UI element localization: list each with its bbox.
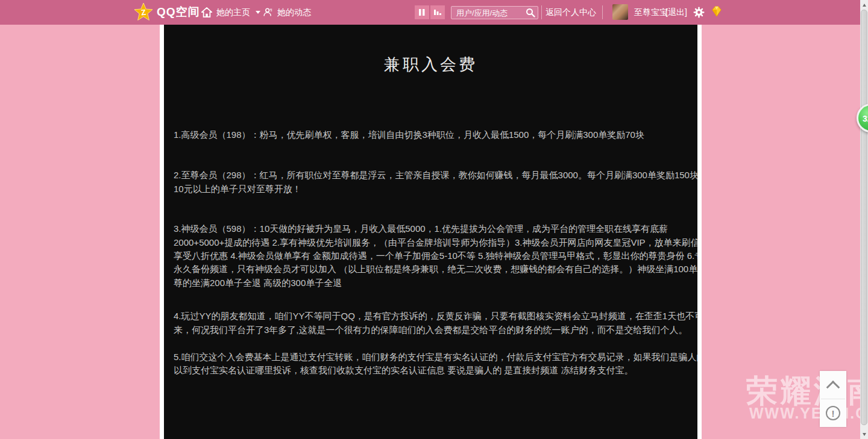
page-tools-panel: !: [820, 371, 846, 427]
header-divider: [602, 5, 603, 19]
return-personal-center-link[interactable]: 返回个人中心: [546, 0, 596, 25]
qzone-logo[interactable]: Z QQ空间: [134, 2, 200, 22]
paragraph-line: 2000+5000+提成的待遇 2.享有神级优先培训服务，（由平台金牌培训导师为…: [174, 236, 697, 249]
paragraph: 3.神级会员（598）：10天做的好被升为皇马，月收入最低5000，1.优先提拔…: [174, 222, 697, 290]
paragraph-line: 5.咱们交这个入会费基本上是通过支付宝转账，咱们财务的支付宝是有实名认证的，付款…: [174, 350, 697, 364]
paragraph-line: 10元以上的单子只对至尊开放！: [174, 182, 697, 196]
search-box: [451, 6, 538, 19]
badge-value: 32: [863, 114, 868, 123]
username-text: 至尊宝宝: [634, 7, 668, 18]
paragraph: 1.高级会员（198）：粉马，优先刷单权，客服，培训自由切换3种职位，月收入最低…: [174, 128, 697, 142]
logo-text: QQ空间: [157, 4, 200, 20]
pause-icon: [418, 8, 426, 16]
vip-gem-button[interactable]: [710, 5, 723, 20]
nav-her-feeds[interactable]: 她的动态: [263, 0, 311, 25]
paragraph-line: 尊的坐满200单子全退 高级的300单子全退: [174, 276, 697, 290]
chevron-up-icon: [826, 381, 840, 394]
paragraph-line: 2.至尊会员（298）：红马，所有职位对至尊都是浮云，主管亲自授课，教你如何赚钱…: [174, 169, 697, 182]
search-icon[interactable]: [526, 8, 535, 17]
logout-text: [退出]: [665, 7, 687, 18]
header-bar: Z QQ空间 她的主页 她的动态: [0, 0, 868, 25]
alert-mark: !: [832, 408, 835, 419]
page-title: 兼职入会费: [164, 54, 697, 75]
stats-app-button[interactable]: [430, 5, 445, 19]
scroll-down-button[interactable]: [860, 429, 868, 439]
nav-label: 她的主页: [216, 7, 250, 18]
user-avatar[interactable]: [612, 4, 628, 20]
paragraphs: 1.高级会员（198）：粉马，优先刷单权，客服，培训自由切换3种职位，月收入最低…: [164, 128, 697, 378]
gear-icon: [693, 7, 705, 18]
return-link-label: 返回个人中心: [546, 7, 596, 18]
content-panel: 兼职入会费 1.高级会员（198）：粉马，优先刷单权，客服，培训自由切换3种职位…: [164, 25, 697, 439]
logout-link[interactable]: [退出]: [665, 0, 687, 25]
home-icon: [201, 7, 212, 17]
chevron-down-icon: [256, 11, 260, 14]
scroll-thumb[interactable]: [861, 10, 867, 425]
scroll-up-icon: [863, 4, 866, 7]
username-label[interactable]: 至尊宝宝: [634, 0, 668, 25]
nav-label: 她的动态: [277, 7, 311, 18]
star-icon: Z: [134, 2, 153, 22]
floating-green-badge[interactable]: 32: [857, 104, 868, 132]
paragraph-line: 4.玩过YY的朋友都知道，咱们YY不等同于QQ，是有官方投诉的，反黄反诈骗，只要…: [174, 310, 697, 323]
bar-chart-icon: [433, 8, 442, 16]
report-button[interactable]: !: [820, 399, 846, 427]
gem-icon: [710, 5, 723, 17]
paragraph-line: 3.神级会员（598）：10天做的好被升为皇马，月收入最低5000，1.优先提拔…: [174, 222, 697, 235]
settings-button[interactable]: [693, 7, 705, 20]
nav-her-homepage[interactable]: 她的主页: [201, 0, 260, 25]
paragraph: 2.至尊会员（298）：红马，所有职位对至尊都是浮云，主管亲自授课，教你如何赚钱…: [174, 169, 697, 196]
paragraph-line: 1.高级会员（198）：粉马，优先刷单权，客服，培训自由切换3种职位，月收入最低…: [174, 128, 697, 142]
pause-app-button[interactable]: [415, 5, 429, 19]
paragraph-line: 永久备份频道，只有神级会员才可以加入 （以上职位都是终身兼职，绝无二次收费，想赚…: [174, 263, 697, 276]
vertical-scrollbar[interactable]: [860, 0, 868, 439]
person-icon: [263, 7, 273, 17]
paragraph: 4.玩过YY的朋友都知道，咱们YY不等同于QQ，是有官方投诉的，反黄反诈骗，只要…: [174, 310, 697, 337]
search-input[interactable]: [456, 8, 526, 17]
watermark-site-name: 荣耀渭南网: [746, 370, 868, 413]
scroll-down-icon: [863, 433, 866, 436]
watermark-site-url: WWW.YEWN.CN: [749, 405, 868, 422]
scroll-up-button[interactable]: [860, 0, 868, 10]
alert-icon: !: [826, 406, 840, 420]
header-divider: [541, 5, 542, 19]
paragraph: 5.咱们交这个入会费基本上是通过支付宝转账，咱们财务的支付宝是有实名认证的，付款…: [174, 350, 697, 378]
paragraph-line: 以到支付宝实名认证哪里投诉，核查我们收款支付宝的实名认证信息 要说是骗人的 是直…: [174, 364, 697, 377]
paragraph-line: 享受八折优惠 4.神级会员做单享有 金额加成待遇，一个单子加佣金5-10不等 5…: [174, 249, 697, 263]
paragraph-line: 来，何况我们平台开了3年多了,这就是一个很有力的保障咱们的入会费都是交给平台的财…: [174, 323, 697, 337]
back-to-top-button[interactable]: [820, 371, 846, 399]
